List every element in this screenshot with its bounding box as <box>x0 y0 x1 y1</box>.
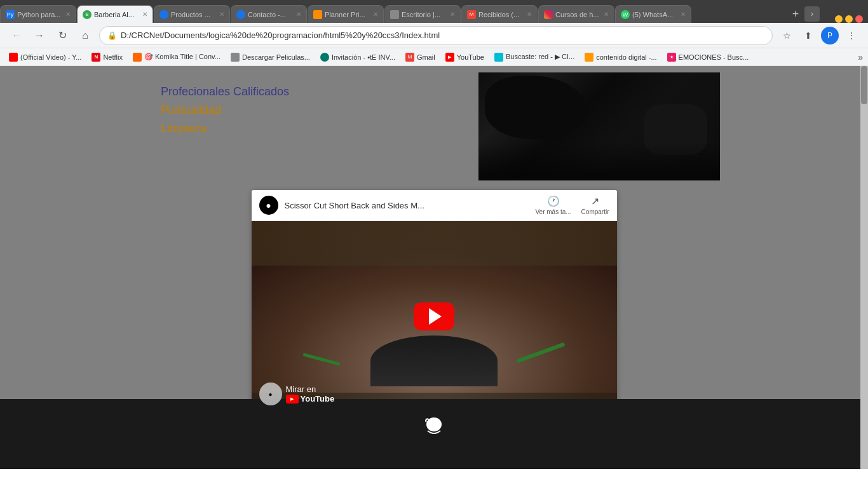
tab-whatsapp[interactable]: W (5) WhatsA... ✕ <box>615 5 691 23</box>
close-button[interactable] <box>855 15 863 23</box>
tab-cursos[interactable]: Cursos de h... ✕ <box>538 5 614 23</box>
bookmark-contenido-label: contenido digital -... <box>596 53 656 61</box>
video-title: Scissor Cut Short Back and Sides M... <box>285 201 536 210</box>
tab-contacto[interactable]: Contacto -... ✕ <box>231 5 307 23</box>
home-button[interactable]: ⌂ <box>76 27 94 44</box>
tab-planner[interactable]: Planner Pri... ✕ <box>308 5 384 23</box>
service-limpieza: Limpieza <box>161 122 289 135</box>
tab-productos-label: Productos ... <box>171 11 215 18</box>
youtube-word: YouTube <box>301 394 335 403</box>
bookmark-komika[interactable]: 🎯 Komika Title | Conv... <box>129 51 224 63</box>
tabs-actions: + › <box>787 5 825 23</box>
bookmark-invitacion-label: Invitación - •tE INV... <box>332 53 395 61</box>
bookmark-star-button[interactable]: ☆ <box>778 27 796 44</box>
play-triangle-icon <box>429 308 442 325</box>
barber-logo-icon <box>415 417 453 452</box>
tabs-chevron-button[interactable]: › <box>804 6 820 22</box>
bookmark-contenido[interactable]: contenido digital -... <box>581 51 660 63</box>
channel-icon: ● <box>266 200 271 210</box>
tab-cursos-close[interactable]: ✕ <box>604 11 609 18</box>
bookmark-gmail-label: Gmail <box>417 53 435 61</box>
bookmark-komika-label: 🎯 Komika Title | Conv... <box>144 53 220 61</box>
bookmark-official-video[interactable]: (Official Video) - Y... <box>5 51 85 63</box>
refresh-button[interactable]: ↻ <box>53 27 71 44</box>
tab-whatsapp-label: (5) WhatsA... <box>632 11 677 18</box>
forward-button[interactable]: → <box>31 27 48 44</box>
bookmark-emociones[interactable]: ★ EMOCIONES - Busc... <box>663 51 753 63</box>
youtube-channel-icon: ● <box>259 196 278 215</box>
profile-avatar[interactable]: P <box>821 27 839 44</box>
tab-barberia-label: Barberia Al... <box>94 11 139 18</box>
bookmarks-more-button[interactable]: » <box>858 52 863 62</box>
barber-image-inner <box>478 72 720 180</box>
bookmark-buscaste[interactable]: Buscaste: red - ▶ CI... <box>491 51 578 63</box>
bookmark-netflix[interactable]: N Netflix <box>88 51 126 63</box>
tab-barberia-close[interactable]: ✕ <box>142 11 147 18</box>
youtube-play-icon: ▶ <box>290 396 294 402</box>
address-text: D:/CRCNet/Documents/logica%20de%20progra… <box>121 30 764 40</box>
tab-python-label: Python para... <box>17 11 62 18</box>
bookmark-descargar-label: Descargar Peliculas... <box>242 53 310 61</box>
tab-planner-close[interactable]: ✕ <box>373 11 378 18</box>
barber-image <box>478 72 720 180</box>
service-puntualidad: Puntualidad <box>161 104 289 117</box>
address-bar: ← → ↻ ⌂ 🔒 D:/CRCNet/Documents/logica%20d… <box>0 23 868 48</box>
tab-recibidos-close[interactable]: ✕ <box>527 11 532 18</box>
tabs-bar: Py Python para... ✕ B Barberia Al... ✕ P… <box>0 0 868 23</box>
video-header: ● Scissor Cut Short Back and Sides M... … <box>252 190 617 221</box>
bookmark-emociones-label: EMOCIONES - Busc... <box>679 53 749 61</box>
menu-button[interactable]: ⋮ <box>843 27 860 44</box>
tab-productos[interactable]: Productos ... ✕ <box>154 5 230 23</box>
bookmark-descargar[interactable]: Descargar Peliculas... <box>227 51 314 63</box>
bookmark-buscaste-label: Buscaste: red - ▶ CI... <box>506 53 574 61</box>
tab-whatsapp-close[interactable]: ✕ <box>681 11 686 18</box>
share-icon: ↗ <box>591 195 599 207</box>
lock-icon: 🔒 <box>107 31 117 40</box>
tab-planner-label: Planner Pri... <box>325 11 369 18</box>
tab-recibidos[interactable]: M Recibidos (... ✕ <box>461 5 538 23</box>
bookmark-netflix-label: Netflix <box>103 53 123 61</box>
tab-python[interactable]: Py Python para... ✕ <box>0 5 76 23</box>
tab-escritorio-label: Escritorio |... <box>402 11 446 18</box>
bookmark-youtube-label: YouTube <box>457 53 484 61</box>
watch-later-button[interactable]: 🕐 Ver más ta... <box>535 195 571 215</box>
tab-python-close[interactable]: ✕ <box>65 11 71 18</box>
bookmark-gmail[interactable]: M Gmail <box>402 51 439 63</box>
share-button[interactable]: ⬆ <box>799 27 817 44</box>
tab-escritorio-close[interactable]: ✕ <box>450 11 455 18</box>
bookmarks-bar: (Official Video) - Y... N Netflix 🎯 Komi… <box>0 48 868 66</box>
tab-barberia[interactable]: B Barberia Al... ✕ <box>77 5 153 23</box>
video-thumbnail[interactable]: ● Mirar en ▶ YouTube <box>252 221 617 412</box>
tab-cursos-label: Cursos de h... <box>555 11 600 18</box>
address-actions: ☆ ⬆ P ⋮ <box>778 27 860 44</box>
scrollbar-thumb[interactable] <box>861 66 867 104</box>
minimize-button[interactable] <box>835 15 843 23</box>
tab-contacto-label: Contacto -... <box>248 11 292 18</box>
bookmark-youtube[interactable]: ▶ YouTube <box>442 51 488 63</box>
clock-icon: 🕐 <box>547 195 560 207</box>
tab-escritorio[interactable]: Escritorio |... ✕ <box>384 5 461 23</box>
youtube-logo-small: ▶ <box>286 395 299 403</box>
yt-circle-icon: ● <box>268 391 272 398</box>
bookmark-invitacion[interactable]: Invitación - •tE INV... <box>316 51 399 63</box>
play-button[interactable] <box>414 302 454 330</box>
scrollbar[interactable] <box>860 66 868 469</box>
share-label: Compartir <box>581 208 609 215</box>
mirar-en-text: Mirar en <box>286 384 335 394</box>
services-list: Profecionales Calificados Puntualidad Li… <box>148 72 302 153</box>
share-button[interactable]: ↗ Compartir <box>581 195 609 215</box>
new-tab-button[interactable]: + <box>787 5 804 23</box>
maximize-button[interactable] <box>845 15 853 23</box>
video-header-actions: 🕐 Ver más ta... ↗ Compartir <box>535 195 609 215</box>
tab-contacto-close[interactable]: ✕ <box>296 11 301 18</box>
address-input-wrap[interactable]: 🔒 D:/CRCNet/Documents/logica%20de%20prog… <box>99 26 773 45</box>
upper-section: Profecionales Calificados Puntualidad Li… <box>148 72 720 180</box>
profile-initial: P <box>827 31 832 40</box>
page-content: Profecionales Calificados Puntualidad Li… <box>0 66 868 469</box>
tab-productos-close[interactable]: ✕ <box>219 11 224 18</box>
watch-on-youtube[interactable]: ● Mirar en ▶ YouTube <box>259 383 335 405</box>
service-profesionales: Profecionales Calificados <box>161 85 289 98</box>
back-button[interactable]: ← <box>8 27 25 44</box>
yt-circle-logo: ● <box>259 383 282 405</box>
video-section: ● Scissor Cut Short Back and Sides M... … <box>252 190 617 412</box>
